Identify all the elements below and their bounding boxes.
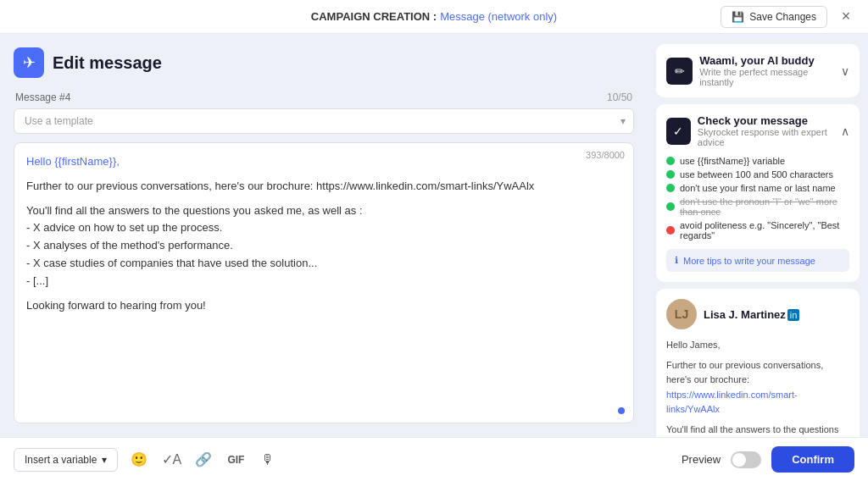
preview-name-badge: Lisa J. Martinez in (704, 308, 799, 321)
right-panel: ✏ Waami, your AI buddy Write the perfect… (648, 34, 868, 437)
preview-message: Hello James, Further to our previous con… (666, 338, 849, 437)
save-icon: 💾 (732, 11, 744, 23)
confirm-button[interactable]: Confirm (771, 446, 854, 473)
top-bar: CAMPAIGN CREATION : Message (network onl… (0, 0, 868, 34)
save-changes-button[interactable]: 💾 Save Changes (721, 6, 827, 28)
template-select-wrapper[interactable]: Use a template (14, 108, 634, 134)
bullet3: - X case studies of companies that have … (26, 255, 621, 273)
chevron-down-icon: ▾ (102, 454, 107, 466)
preview-line-1: Hello James, (666, 338, 849, 353)
answers-line: You'll find all the answers to the quest… (26, 202, 621, 220)
hello-line: Hello {{firstName}}, (26, 155, 120, 168)
mic-button[interactable]: 🎙 (255, 447, 281, 473)
app-icon: ✈ (14, 47, 44, 78)
ai-buddy-title: Waami, your AI buddy (699, 54, 841, 67)
check-dot-4 (666, 226, 675, 235)
check-item-1: use between 100 and 500 characters (666, 169, 849, 180)
preview-card: LJ Lisa J. Martinez in Hello James, Furt… (656, 289, 860, 437)
ai-buddy-card: ✏ Waami, your AI buddy Write the perfect… (656, 44, 860, 97)
check-message-icon: ✓ (666, 118, 691, 145)
preview-card-header: LJ Lisa J. Martinez in (666, 299, 849, 329)
linkedin-icon: in (787, 309, 800, 321)
info-icon: ℹ (675, 255, 678, 266)
preview-link[interactable]: https://www.linkedin.com/smart-links/YwA… (666, 390, 798, 415)
editor-dot-indicator (618, 407, 625, 414)
message-meta: Message #4 10/50 (14, 91, 634, 103)
link-button[interactable]: 🔗 (191, 447, 216, 473)
check-dot-3 (666, 202, 675, 211)
bottom-bar: Insert a variable ▾ 🙂 ✓A 🔗 GIF 🎙 Preview… (0, 437, 868, 481)
check-dot-2 (666, 184, 675, 192)
bullet4: - [...] (26, 273, 621, 290)
emoji-button[interactable]: 🙂 (126, 447, 152, 473)
panel-title: Edit message (53, 53, 162, 73)
char-count: 10/50 (607, 91, 632, 103)
check-item-4: avoid politeness e.g. "Sincerely", "Best… (666, 220, 849, 240)
ai-buddy-header[interactable]: ✏ Waami, your AI buddy Write the perfect… (666, 54, 849, 87)
preview-line-2: Further to our previous conversations, h… (666, 358, 849, 417)
close-button[interactable]: × (834, 5, 858, 29)
ai-buddy-subtitle: Write the perfect message instantly (699, 67, 841, 87)
ai-buddy-icon: ✏ (666, 58, 693, 85)
check-message-chevron: ∧ (841, 124, 849, 138)
bottom-left: Insert a variable ▾ 🙂 ✓A 🔗 GIF 🎙 (14, 447, 281, 473)
brochure-line: Further to our previous conversations, h… (26, 178, 621, 196)
insert-variable-button[interactable]: Insert a variable ▾ (14, 448, 118, 472)
campaign-subtitle: Message (network only) (440, 10, 557, 23)
ai-buddy-header-left: ✏ Waami, your AI buddy Write the perfect… (666, 54, 841, 87)
check-message-title: Check your message (698, 114, 841, 127)
message-label: Message #4 (15, 91, 70, 103)
check-item-3: don't use the pronoun "I" or "we" more t… (666, 196, 849, 217)
spellcheck-button[interactable]: ✓A (159, 447, 184, 473)
gif-button[interactable]: GIF (223, 447, 248, 473)
toolbar-icons: 🙂 ✓A 🔗 GIF 🎙 (126, 447, 281, 473)
avatar: LJ (666, 299, 697, 329)
campaign-title: CAMPAIGN CREATION : (311, 10, 437, 23)
message-editor[interactable]: 393/8000 Hello {{firstName}}, Further to… (14, 142, 634, 423)
bullet1: - X advice on how to set up the process. (26, 219, 621, 237)
left-panel: ✈ Edit message Message #4 10/50 Use a te… (0, 34, 648, 437)
check-item-2: don't use your first name or last name (666, 183, 849, 193)
panel-header: ✈ Edit message (14, 47, 634, 78)
check-message-subtitle: Skyrocket response with expert advice (698, 127, 841, 147)
check-dot-0 (666, 157, 675, 165)
check-message-card: ✓ Check your message Skyrocket response … (656, 104, 860, 282)
preview-line-3: You'll find all the answers to the quest… (666, 423, 849, 437)
more-tips-button[interactable]: ℹ More tips to write your message (666, 249, 849, 272)
template-select[interactable]: Use a template (14, 108, 634, 134)
check-item-0: use {{firstName}} variable (666, 156, 849, 166)
preview-toggle-label: Preview (682, 453, 721, 466)
check-dot-1 (666, 170, 675, 179)
check-list: use {{firstName}} variable use between 1… (666, 156, 849, 240)
closing-line: Looking forward to hearing from you! (26, 297, 621, 315)
editor-counter: 393/8000 (586, 150, 625, 160)
check-message-header[interactable]: ✓ Check your message Skyrocket response … (666, 114, 849, 147)
preview-toggle[interactable] (731, 451, 761, 468)
editor-content[interactable]: Hello {{firstName}}, Further to our prev… (14, 143, 633, 423)
main-content: ✈ Edit message Message #4 10/50 Use a te… (0, 34, 868, 437)
bullet2: - X analyses of the method's performance… (26, 237, 621, 255)
bottom-right: Preview Confirm (682, 446, 854, 473)
preview-name: Lisa J. Martinez (704, 308, 786, 321)
ai-buddy-chevron: ∨ (841, 64, 849, 78)
